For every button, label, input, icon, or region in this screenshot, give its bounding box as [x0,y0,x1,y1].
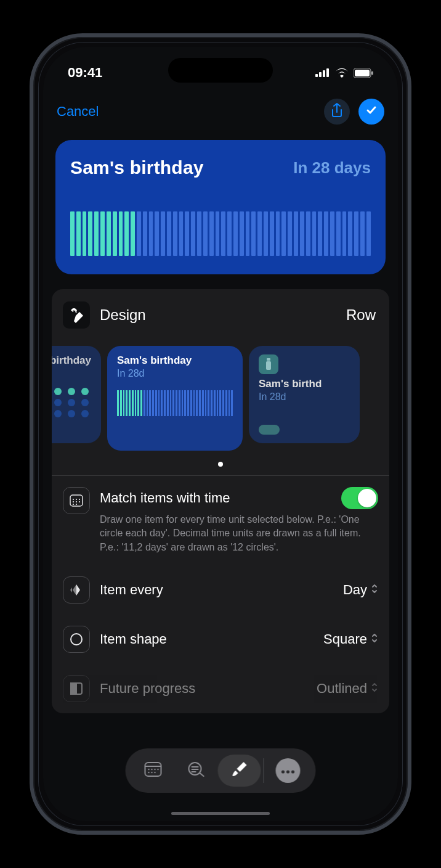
text-search-icon [187,761,206,780]
circle-icon [63,626,90,653]
svg-point-15 [79,502,80,502]
design-icon [63,301,90,329]
item-shape-row[interactable]: Item shape Square [52,615,389,664]
svg-rect-0 [315,74,318,77]
stepper-icon [371,681,378,697]
card-subtitle: In 28d [259,391,350,403]
stepper-icon [371,631,378,647]
svg-rect-6 [371,71,373,75]
svg-point-36 [286,770,289,773]
design-option-dots[interactable]: Sam's birthday d [52,346,101,443]
svg-rect-7 [267,358,270,361]
card-progress [117,390,233,416]
card-title: Sam's birthday [117,354,233,367]
bottom-toolbar [126,748,316,793]
card-title: Sam's birthd [259,378,350,390]
flashlight-icon [259,354,278,374]
design-option-pill[interactable]: Sam's birthd In 28d [249,346,360,443]
item-every-icon [63,576,90,604]
settings-section: Design Row Sam's birthday d [52,289,389,713]
share-icon [331,103,343,120]
svg-point-14 [76,502,77,502]
svg-point-28 [151,772,152,773]
svg-point-16 [73,504,74,505]
svg-point-25 [154,769,155,770]
design-carousel[interactable]: Sam's birthday d Sam's birthday In 28d [52,338,389,462]
calendar-grid-icon [63,487,90,514]
toolbar-text-button[interactable] [175,755,218,787]
future-progress-label: Future progress [100,681,195,697]
cancel-button[interactable]: Cancel [57,104,99,120]
design-option-row[interactable]: Sam's birthday In 28d [107,346,243,451]
svg-point-11 [76,499,77,500]
square-half-icon [63,675,90,702]
card-subtitle: In 28d [117,368,233,379]
wifi-icon [335,68,349,78]
preview-card: Sam's birthday In 28 days [55,140,386,274]
design-value: Row [346,306,376,324]
svg-point-37 [291,770,294,773]
svg-point-24 [151,769,152,770]
progress-bars [70,211,371,256]
preview-subtitle: In 28 days [293,158,371,178]
match-items-label: Match items with time [100,490,230,506]
match-items-toggle[interactable] [341,487,378,509]
match-items-description: Draw one item for every time unit select… [100,513,378,554]
svg-point-12 [79,499,80,500]
share-button[interactable] [324,99,350,125]
carousel-page-indicator [52,462,389,475]
item-every-label: Item every [100,582,163,598]
calendar-icon [144,761,163,780]
svg-point-29 [154,772,155,773]
item-every-row[interactable]: Item every Day [52,565,389,615]
item-every-value: Day [343,582,367,598]
svg-rect-2 [323,70,325,77]
svg-point-17 [76,504,77,505]
svg-rect-3 [326,68,329,77]
content[interactable]: Sam's birthday In 28 days Design Row [43,130,398,821]
future-progress-value: Outlined [317,681,367,697]
match-items-row: Match items with time Draw one item for … [52,476,389,565]
home-indicator[interactable] [171,812,270,815]
cellular-icon [315,68,330,77]
toolbar-more-button[interactable] [267,755,310,787]
dynamic-island [168,58,273,83]
ellipsis-icon [281,765,295,776]
item-shape-value: Square [323,631,367,647]
design-row[interactable]: Design Row [52,289,389,338]
design-label: Design [100,306,146,324]
confirm-button[interactable] [358,99,384,125]
card-title: Sam's birthday [52,354,91,367]
screen: 09:41 Cancel [43,47,398,821]
nav-bar: Cancel [43,90,398,136]
toolbar-calendar-button[interactable] [132,755,175,787]
svg-point-35 [281,770,285,773]
svg-rect-8 [266,361,271,370]
svg-rect-5 [355,70,370,76]
brush-icon [230,760,249,781]
svg-line-31 [200,773,204,776]
svg-point-10 [73,499,74,500]
svg-point-23 [148,769,149,770]
svg-rect-1 [319,72,322,77]
checkmark-icon [365,104,378,119]
card-progress [259,425,280,435]
toolbar-design-button[interactable] [218,755,261,787]
svg-rect-20 [71,683,76,694]
stepper-icon [371,582,378,598]
svg-point-18 [71,634,82,645]
status-time: 09:41 [68,65,102,81]
svg-point-26 [157,769,158,770]
future-progress-row[interactable]: Future progress Outlined [52,664,389,713]
preview-title: Sam's birthday [70,157,204,178]
svg-point-27 [148,772,149,773]
item-shape-label: Item shape [100,631,167,647]
phone-frame: 09:41 Cancel [30,33,411,835]
svg-point-13 [73,502,74,502]
battery-icon [354,68,373,78]
